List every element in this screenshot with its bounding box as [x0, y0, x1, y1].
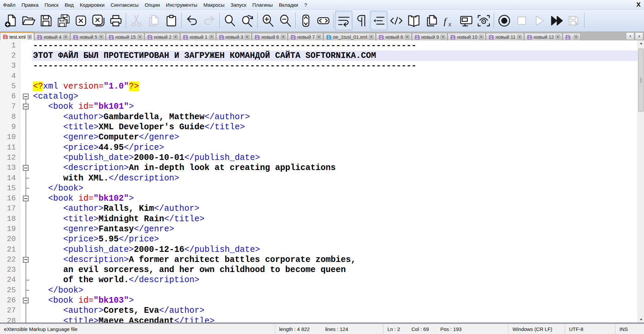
code-text[interactable]: <price>5.95</price>	[32, 234, 638, 244]
code-text[interactable]: <price>44.95</price>	[32, 142, 638, 153]
scroll-up-button[interactable]	[638, 40, 644, 46]
code-text[interactable]: <book id="bk103">	[32, 295, 638, 305]
editor-line-3[interactable]: 3---------------------------------------…	[0, 61, 638, 71]
code-text[interactable]: <publish_date>2000-12-16</publish_date>	[32, 244, 638, 255]
menu-item-[interactable]: ?	[301, 0, 310, 9]
editor-line-17[interactable]: 17 <author>Ralls, Kim</author>	[0, 204, 638, 214]
menu-item-[interactable]: Вкладки	[276, 0, 301, 9]
tab-close-icon[interactable]	[574, 35, 578, 39]
tab-test-xml[interactable]: test.xml	[0, 32, 34, 41]
menu-item-[interactable]: Поиск	[42, 0, 62, 9]
fold-collapse-icon[interactable]	[20, 193, 32, 203]
editor-line-21[interactable]: 21 <publish_date>2000-12-16</publish_dat…	[0, 244, 638, 255]
editor-line-19[interactable]: 19 <genre>Fantasy</genre>	[0, 224, 638, 234]
scroll-down-button[interactable]	[638, 317, 644, 323]
sync-horizontal-scrolling-button[interactable]	[314, 11, 332, 30]
tab-close-icon[interactable]	[138, 35, 142, 39]
code-text[interactable]: <book id="bk101">	[32, 102, 638, 112]
menu-item-[interactable]: Инструменты	[163, 0, 200, 9]
tab-close-icon[interactable]	[479, 35, 484, 39]
menu-item-[interactable]: Макросы	[200, 0, 228, 9]
tab-oe_1tusl_01-xml[interactable]: oe_1tusl_01.xml	[324, 33, 376, 41]
editor-line-6[interactable]: 6<catalog>	[0, 91, 638, 101]
code-text[interactable]: </book>	[32, 183, 638, 193]
fold-collapse-icon[interactable]	[20, 102, 32, 112]
status-insert-mode[interactable]: INS	[619, 326, 628, 332]
editor-line-28[interactable]: 28 <title>Maeve Ascendant</title>	[0, 316, 638, 323]
editor-line-20[interactable]: 20 <price>5.95</price>	[0, 234, 638, 244]
code-text[interactable]: <?xml version="1.0"?>	[32, 81, 638, 91]
tab--9[interactable]: новый 9	[412, 33, 448, 41]
new-file-button[interactable]	[2, 11, 20, 30]
code-text[interactable]: <author>Corets, Eva</author>	[32, 306, 638, 316]
tab-close-icon[interactable]	[173, 35, 178, 39]
code-text[interactable]: ----------------------------------------…	[32, 61, 638, 71]
menu-item-[interactable]: Правка	[18, 0, 42, 9]
code-text[interactable]: <genre>Fantasy</genre>	[32, 224, 638, 234]
undo-button[interactable]	[183, 11, 200, 30]
editor-line-13[interactable]: 13 <description>An in-depth look at crea…	[0, 163, 638, 173]
code-text[interactable]: <book id="bk102">	[32, 193, 638, 203]
code-text[interactable]: </book>	[32, 285, 638, 295]
function-completion-button[interactable]: fx	[440, 11, 457, 30]
macro-run-multiple-button[interactable]	[548, 11, 565, 30]
tab-close-icon[interactable]	[209, 35, 214, 39]
document-map-button[interactable]	[405, 11, 422, 30]
window-close-button[interactable]: X	[636, 0, 641, 9]
paste-button[interactable]	[162, 11, 180, 30]
tab--10[interactable]: новый 10	[448, 33, 486, 41]
tab-close-icon[interactable]	[556, 35, 560, 39]
editor-line-7[interactable]: 7 <book id="bk101">	[0, 102, 638, 112]
tab-partial[interactable]	[563, 33, 580, 41]
editor-line-5[interactable]: 5<?xml version="1.0"?>	[0, 81, 638, 91]
tab--5[interactable]: новый 5	[70, 33, 106, 41]
file-watch-button[interactable]	[475, 11, 492, 30]
zoom-in-button[interactable]	[259, 11, 276, 30]
editor-line-22[interactable]: 22 <description>A former architect battl…	[0, 255, 638, 265]
tab--3[interactable]: новый 3	[216, 33, 252, 41]
editor-line-24[interactable]: 24 of the world.</description>	[0, 275, 638, 285]
code-text[interactable]: <title>XML Developer's Guide</title>	[32, 122, 638, 132]
fold-collapse-icon[interactable]	[20, 255, 32, 265]
code-text[interactable]: <author>Gambardella, Matthew</author>	[32, 112, 638, 122]
tab--4[interactable]: новый 4	[34, 33, 70, 41]
function-list-button[interactable]	[387, 11, 405, 30]
menu-item-[interactable]: Плагины	[249, 0, 276, 9]
code-text[interactable]: of the world.</description>	[32, 275, 638, 285]
tab-close-icon[interactable]	[369, 35, 374, 39]
editor-line-10[interactable]: 10 <genre>Computer</genre>	[0, 132, 638, 142]
tab-close-icon[interactable]	[281, 35, 286, 39]
tab--12[interactable]: новый 12	[524, 33, 562, 41]
scrollbar-thumb[interactable]	[638, 48, 644, 112]
code-text[interactable]: <author>Ralls, Kim</author>	[32, 204, 638, 214]
tab-close-icon[interactable]	[63, 35, 68, 39]
status-eol-format[interactable]: Windows (CR LF)	[513, 326, 552, 332]
code-text[interactable]: <description>A former architect battles …	[32, 255, 638, 265]
tab-close-icon[interactable]	[245, 35, 250, 39]
tab--15[interactable]: новый 15	[106, 33, 144, 41]
editor-line-4[interactable]: 4	[0, 71, 638, 81]
editor-line-14[interactable]: 14 with XML.</description>	[0, 173, 638, 183]
menu-item-[interactable]: Кодировки	[77, 0, 107, 9]
tab-close-icon[interactable]	[27, 35, 32, 39]
tab--8[interactable]: новый 8	[376, 33, 412, 41]
save-all-button[interactable]	[54, 11, 72, 30]
tab--2[interactable]: новый 2	[145, 33, 180, 41]
code-text[interactable]: <title>Midnight Rain</title>	[32, 214, 638, 224]
code-text[interactable]: ----------------------------------------…	[32, 40, 638, 51]
tab-close-icon[interactable]	[441, 35, 445, 39]
show-indent-guide-button[interactable]	[370, 11, 387, 30]
print-button[interactable]	[107, 11, 124, 30]
code-text[interactable]: with XML.</description>	[32, 173, 638, 183]
tab-close-icon[interactable]	[405, 35, 410, 39]
code-text[interactable]: an evil sorceress, and her own childhood…	[32, 265, 638, 275]
save-button[interactable]	[37, 11, 54, 30]
replace-button[interactable]	[238, 11, 256, 30]
tab--1[interactable]: новый 1	[180, 33, 216, 41]
editor-line-25[interactable]: 25 </book>	[0, 285, 638, 295]
tab-close-icon[interactable]	[99, 35, 104, 39]
status-encoding[interactable]: UTF-8	[569, 326, 583, 332]
editor-line-1[interactable]: 1---------------------------------------…	[0, 40, 638, 51]
document-list-button[interactable]	[422, 11, 440, 30]
editor-line-23[interactable]: 23 an evil sorceress, and her own childh…	[0, 265, 638, 275]
